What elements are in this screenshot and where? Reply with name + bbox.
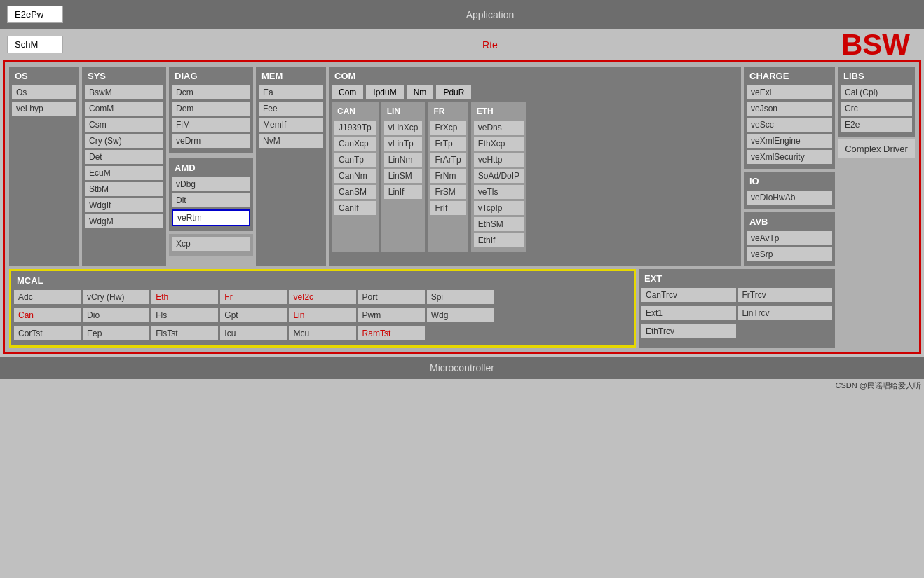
- diag-section: DIAG Dcm Dem FiM veDrm: [169, 67, 253, 153]
- sys-comm[interactable]: ComM: [85, 102, 163, 116]
- ipdun-item[interactable]: IpduM: [366, 85, 403, 99]
- charge-veexi[interactable]: veExi: [747, 85, 832, 99]
- avb-veavtp[interactable]: veAvTp: [747, 231, 832, 245]
- sys-stbm[interactable]: StbM: [85, 182, 163, 196]
- can-j1939tp[interactable]: J1939Tp: [334, 121, 376, 135]
- libs-calcpl[interactable]: Cal (Cpl): [841, 85, 912, 99]
- can-title: CAN: [334, 105, 376, 118]
- sys-det[interactable]: Det: [85, 150, 163, 164]
- lin-vlintp[interactable]: vLinTp: [384, 137, 423, 151]
- charge-vescc[interactable]: veScc: [747, 118, 832, 132]
- amd-vertm[interactable]: veRtm: [172, 209, 250, 226]
- sys-wdgif[interactable]: WdgIf: [85, 198, 163, 212]
- mcal-vei2c[interactable]: veI2c: [289, 290, 355, 304]
- can-canxcp[interactable]: CanXcp: [334, 137, 376, 151]
- mem-memif[interactable]: MemIf: [259, 118, 323, 132]
- watermark: CSDN @民谣唱给爱人听: [0, 379, 924, 392]
- eth-soad[interactable]: SoAd/DoIP: [474, 169, 524, 183]
- fr-frArtp[interactable]: FrArTp: [430, 153, 465, 167]
- mcal-spi[interactable]: Spi: [427, 290, 494, 304]
- mcal-icu[interactable]: Icu: [220, 326, 287, 340]
- mcal-lin[interactable]: Lin: [289, 308, 355, 322]
- mcal-can[interactable]: Can: [14, 308, 81, 322]
- mcal-gpt[interactable]: Gpt: [220, 308, 287, 322]
- charge-vexml[interactable]: veXmlEngine: [747, 134, 832, 148]
- charge-vejson[interactable]: veJson: [747, 102, 832, 116]
- libs-crc[interactable]: Crc: [841, 102, 912, 116]
- eth-vehttp[interactable]: veHttp: [474, 153, 524, 167]
- libs-e2e[interactable]: E2e: [841, 118, 912, 132]
- io-vediohwab[interactable]: veDIoHwAb: [747, 191, 832, 205]
- charge-avb-io-col: CHARGE veExi veJson veScc veXmlEngine ve…: [744, 67, 835, 266]
- os-item-os[interactable]: Os: [12, 85, 76, 99]
- ext-cantrcv[interactable]: CanTrcv: [641, 288, 736, 302]
- mcal-eth[interactable]: Eth: [151, 290, 218, 304]
- sys-section: SYS BswM ComM Csm Cry (Sw) Det EcuM StbM…: [82, 67, 166, 266]
- can-cansm[interactable]: CanSM: [334, 185, 376, 199]
- amd-vdbg[interactable]: vDbg: [172, 177, 250, 191]
- eth-vetls[interactable]: veTls: [474, 185, 524, 199]
- mcal-ramtst[interactable]: RamTst: [358, 326, 425, 340]
- charge-vexmlsec[interactable]: veXmlSecurity: [747, 150, 832, 164]
- xcp-box: Xcp: [169, 234, 253, 256]
- pdur-item[interactable]: PduR: [436, 85, 471, 99]
- xcp-item[interactable]: Xcp: [172, 237, 250, 251]
- os-item-velhyp[interactable]: veLhyp: [12, 102, 76, 116]
- amd-dlt[interactable]: Dlt: [172, 193, 250, 207]
- can-canif[interactable]: CanIf: [334, 201, 376, 215]
- lin-vlinxcp[interactable]: vLinXcp: [384, 121, 423, 135]
- fr-frtp[interactable]: FrTp: [430, 137, 465, 151]
- nm-item[interactable]: Nm: [407, 85, 434, 99]
- eth-vedns[interactable]: veDns: [474, 121, 524, 135]
- lin-linnm[interactable]: LinNm: [384, 153, 423, 167]
- mcal-adc[interactable]: Adc: [14, 290, 81, 304]
- diag-dcm[interactable]: Dcm: [172, 85, 250, 99]
- diag-dem[interactable]: Dem: [172, 102, 250, 116]
- mcal-port[interactable]: Port: [358, 290, 425, 304]
- mcal-flstst[interactable]: FlsTst: [151, 326, 218, 340]
- mcal-pwm[interactable]: Pwm: [358, 308, 425, 322]
- mcal-fr[interactable]: Fr: [220, 290, 287, 304]
- io-title: IO: [747, 174, 832, 188]
- ext-section: EXT CanTrcv FrTrcv Ext1 LinTrcv EthTrcv: [639, 269, 835, 348]
- ext-lintrcv[interactable]: LinTrcv: [738, 306, 833, 320]
- eth-vtcpip[interactable]: vTcpIp: [474, 201, 524, 215]
- can-cannm[interactable]: CanNm: [334, 169, 376, 183]
- mcal-mcu[interactable]: Mcu: [289, 326, 355, 340]
- ext-frtrcv[interactable]: FrTrcv: [738, 288, 833, 302]
- sys-wdgm[interactable]: WdgM: [85, 214, 163, 228]
- mcal-eep[interactable]: Eep: [83, 326, 149, 340]
- mem-ea[interactable]: Ea: [259, 85, 323, 99]
- mcal-wdg[interactable]: Wdg: [427, 308, 494, 322]
- diag-fim[interactable]: FiM: [172, 118, 250, 132]
- fr-frsm[interactable]: FrSM: [430, 185, 465, 199]
- lin-linsm[interactable]: LinSM: [384, 169, 423, 183]
- mcal-dio[interactable]: Dio: [83, 308, 149, 322]
- fr-frnm[interactable]: FrNm: [430, 169, 465, 183]
- eth-ethxcp[interactable]: EthXcp: [474, 137, 524, 151]
- sys-crysw[interactable]: Cry (Sw): [85, 134, 163, 148]
- mem-nvm[interactable]: NvM: [259, 134, 323, 148]
- schm-box: SchM: [7, 36, 63, 53]
- diag-vedrm[interactable]: veDrm: [172, 134, 250, 148]
- fr-frif[interactable]: FrIf: [430, 201, 465, 215]
- mem-fee[interactable]: Fee: [259, 102, 323, 116]
- eth-ethif[interactable]: EthIf: [474, 233, 524, 247]
- com-item[interactable]: Com: [332, 85, 363, 99]
- lin-linif[interactable]: LinIf: [384, 185, 423, 199]
- sys-ecum[interactable]: EcuM: [85, 166, 163, 180]
- lin-sub: LIN vLinXcp vLinTp LinNm LinSM LinIf: [381, 102, 426, 252]
- sys-csm[interactable]: Csm: [85, 118, 163, 132]
- eth-ethsm[interactable]: EthSM: [474, 217, 524, 231]
- mcal-cortst[interactable]: CorTst: [14, 326, 81, 340]
- ext-ethtrcv[interactable]: EthTrcv: [641, 324, 736, 338]
- charge-section: CHARGE veExi veJson veScc veXmlEngine ve…: [744, 67, 835, 169]
- avb-vesrp[interactable]: veSrp: [747, 247, 832, 261]
- can-cantp[interactable]: CanTp: [334, 153, 376, 167]
- fr-frxcp[interactable]: FrXcp: [430, 121, 465, 135]
- upper-section: OS Os veLhyp SYS BswM ComM Csm Cry (Sw) …: [9, 67, 915, 266]
- ext-ext1[interactable]: Ext1: [641, 306, 736, 320]
- mcal-vcryhw[interactable]: vCry (Hw): [83, 290, 149, 304]
- sys-bswm[interactable]: BswM: [85, 85, 163, 99]
- mcal-fls[interactable]: Fls: [151, 308, 218, 322]
